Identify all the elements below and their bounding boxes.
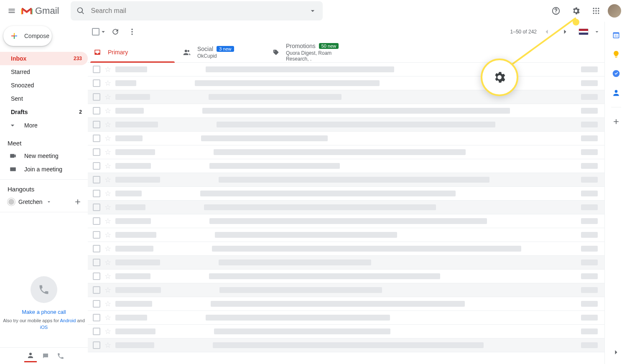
settings-button[interactable] bbox=[568, 3, 584, 19]
footer-tab-phone[interactable] bbox=[54, 350, 67, 362]
sidebar-item-snoozed[interactable]: Snoozed bbox=[0, 79, 88, 92]
star-icon[interactable]: ☆ bbox=[104, 272, 111, 281]
input-tools-button[interactable] bbox=[575, 23, 592, 40]
email-row[interactable]: ☆ bbox=[88, 90, 604, 104]
star-icon[interactable]: ☆ bbox=[104, 244, 111, 253]
row-checkbox[interactable] bbox=[93, 79, 100, 87]
row-checkbox[interactable] bbox=[93, 217, 100, 225]
search-input[interactable] bbox=[91, 7, 303, 15]
hangouts-user-row[interactable]: Gretchen bbox=[0, 195, 88, 209]
sidebar-item-sent[interactable]: Sent bbox=[0, 92, 88, 105]
tab-promotions[interactable]: Promotions 50 new Quora Digest, Roam Res… bbox=[267, 42, 356, 62]
sidebar-item-starred[interactable]: Starred bbox=[0, 65, 88, 79]
email-row[interactable]: ☆ bbox=[88, 159, 604, 173]
ios-link[interactable]: iOS bbox=[40, 325, 48, 330]
star-icon[interactable]: ☆ bbox=[104, 341, 111, 350]
google-apps-button[interactable] bbox=[588, 3, 604, 19]
search-options-icon[interactable] bbox=[308, 7, 317, 15]
row-checkbox[interactable] bbox=[93, 231, 100, 239]
star-icon[interactable]: ☆ bbox=[104, 79, 111, 88]
email-row[interactable]: ☆ bbox=[88, 256, 604, 270]
row-checkbox[interactable] bbox=[93, 341, 100, 349]
sidepanel-addons[interactable] bbox=[608, 113, 624, 130]
email-row[interactable]: ☆ bbox=[88, 311, 604, 325]
email-row[interactable]: ☆ bbox=[88, 104, 604, 118]
email-row[interactable]: ☆ bbox=[88, 283, 604, 297]
row-checkbox[interactable] bbox=[93, 328, 100, 335]
caret-down-icon[interactable] bbox=[594, 28, 600, 35]
email-row[interactable]: ☆ bbox=[88, 325, 604, 339]
new-chat-plus-icon[interactable] bbox=[74, 198, 82, 206]
email-row[interactable]: ☆ bbox=[88, 145, 604, 159]
star-icon[interactable]: ☆ bbox=[104, 120, 111, 129]
support-button[interactable] bbox=[548, 3, 564, 19]
select-all-dropdown[interactable] bbox=[99, 28, 107, 36]
star-icon[interactable]: ☆ bbox=[104, 313, 111, 322]
email-row[interactable]: ☆ bbox=[88, 242, 604, 256]
search-bar[interactable] bbox=[71, 1, 323, 20]
email-row[interactable]: ☆ bbox=[88, 187, 604, 201]
star-icon[interactable]: ☆ bbox=[104, 285, 111, 295]
meet-join-meeting[interactable]: Join a meeting bbox=[0, 163, 88, 176]
sidepanel-tasks[interactable] bbox=[608, 65, 624, 82]
email-row[interactable]: ☆ bbox=[88, 118, 604, 132]
row-checkbox[interactable] bbox=[93, 107, 100, 115]
sidebar-item-inbox[interactable]: Inbox 233 bbox=[0, 52, 88, 65]
compose-button[interactable]: Compose bbox=[3, 26, 52, 46]
account-avatar[interactable] bbox=[608, 4, 621, 18]
star-icon[interactable]: ☆ bbox=[104, 189, 111, 198]
footer-tab-chat[interactable] bbox=[24, 350, 37, 362]
star-icon[interactable]: ☆ bbox=[104, 327, 111, 336]
sidebar-item-drafts[interactable]: Drafts 2 bbox=[0, 105, 88, 119]
sidepanel-contacts[interactable] bbox=[608, 84, 624, 101]
email-row[interactable]: ☆ bbox=[88, 214, 604, 228]
sidepanel-keep[interactable] bbox=[608, 46, 624, 63]
make-phone-call-link[interactable]: Make a phone call bbox=[22, 309, 66, 315]
star-icon[interactable]: ☆ bbox=[104, 161, 111, 171]
star-icon[interactable]: ☆ bbox=[104, 106, 111, 115]
star-icon[interactable]: ☆ bbox=[104, 230, 111, 239]
star-icon[interactable]: ☆ bbox=[104, 216, 111, 226]
row-checkbox[interactable] bbox=[93, 162, 100, 170]
tab-social[interactable]: Social 3 new OkCupid bbox=[177, 42, 267, 62]
email-row[interactable]: ☆ bbox=[88, 339, 604, 352]
email-row[interactable]: ☆ bbox=[88, 173, 604, 187]
row-checkbox[interactable] bbox=[93, 259, 100, 266]
meet-new-meeting[interactable]: New meeting bbox=[0, 149, 88, 163]
email-row[interactable]: ☆ bbox=[88, 76, 604, 90]
star-icon[interactable]: ☆ bbox=[104, 175, 111, 184]
android-link[interactable]: Android bbox=[60, 318, 76, 323]
row-checkbox[interactable] bbox=[93, 204, 100, 211]
email-row[interactable]: ☆ bbox=[88, 228, 604, 242]
row-checkbox[interactable] bbox=[93, 300, 100, 308]
row-checkbox[interactable] bbox=[93, 245, 100, 252]
row-checkbox[interactable] bbox=[93, 93, 100, 101]
select-all-checkbox[interactable] bbox=[92, 28, 107, 36]
footer-tab-hangouts[interactable] bbox=[39, 350, 52, 362]
main-menu-button[interactable] bbox=[3, 3, 20, 19]
row-checkbox[interactable] bbox=[93, 272, 100, 280]
email-list[interactable]: ☆☆☆☆☆☆☆☆☆☆☆☆☆☆☆☆☆☆☆☆☆ bbox=[88, 63, 604, 364]
row-checkbox[interactable] bbox=[93, 135, 100, 142]
star-icon[interactable]: ☆ bbox=[104, 134, 111, 143]
email-row[interactable]: ☆ bbox=[88, 297, 604, 311]
email-row[interactable]: ☆ bbox=[88, 63, 604, 76]
star-icon[interactable]: ☆ bbox=[104, 299, 111, 308]
email-row[interactable]: ☆ bbox=[88, 201, 604, 214]
row-checkbox[interactable] bbox=[93, 176, 100, 183]
star-icon[interactable]: ☆ bbox=[104, 148, 111, 157]
tab-primary[interactable]: Primary bbox=[88, 42, 177, 62]
row-checkbox[interactable] bbox=[93, 314, 100, 321]
star-icon[interactable]: ☆ bbox=[104, 65, 111, 74]
star-icon[interactable]: ☆ bbox=[104, 258, 111, 267]
gmail-logo[interactable]: Gmail bbox=[21, 5, 59, 16]
row-checkbox[interactable] bbox=[93, 286, 100, 294]
row-checkbox[interactable] bbox=[93, 190, 100, 197]
row-checkbox[interactable] bbox=[93, 148, 100, 156]
star-icon[interactable]: ☆ bbox=[104, 92, 111, 102]
sidepanel-collapse[interactable] bbox=[608, 344, 624, 361]
refresh-button[interactable] bbox=[107, 23, 124, 40]
star-icon[interactable]: ☆ bbox=[104, 203, 111, 212]
sidebar-item-more[interactable]: More bbox=[0, 119, 88, 132]
email-row[interactable]: ☆ bbox=[88, 132, 604, 145]
